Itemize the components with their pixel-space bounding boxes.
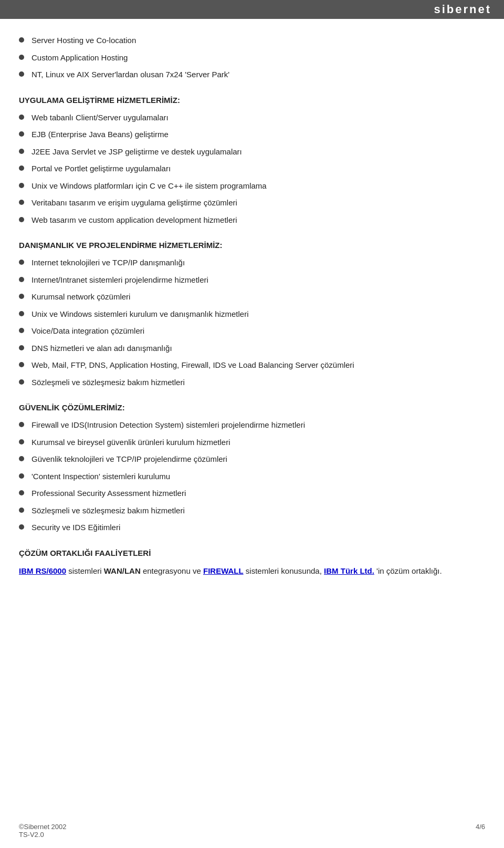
partner-text-end: 'in çözüm ortaklığı. (376, 566, 442, 575)
list-item: Web, Mail, FTP, DNS, Application Hosting… (19, 359, 485, 371)
bullet-icon (19, 524, 24, 530)
list-item-text: Web tabanlı Client/Server uygulamaları (32, 112, 169, 124)
bullet-icon (19, 115, 24, 120)
guvenlik-heading: GÜVENLİK ÇÖZÜMLERİMİZ: (19, 403, 485, 412)
guvenlik-list: Firewall ve IDS(Intrusion Detection Syst… (19, 419, 485, 534)
bullet-icon (19, 439, 24, 444)
list-item-text: Veritabanı tasarım ve erişim uygulama ge… (32, 197, 237, 209)
logo: sibernet (434, 3, 491, 16)
list-item-text: Voice/Data integration çözümleri (32, 325, 144, 337)
partner-section: ÇÖZÜM ORTAKLIĞI FAALİYETLERİ IBM RS/6000… (19, 549, 485, 577)
list-item: Professional Security Assessment hizmetl… (19, 488, 485, 500)
bullet-icon (19, 166, 24, 171)
partner-heading: ÇÖZÜM ORTAKLIĞI FAALİYETLERİ (19, 549, 485, 557)
footer-left: ©Sibernet 2002 TS-V2.0 (19, 823, 67, 839)
list-item: Security ve IDS Eğitimleri (19, 522, 485, 534)
list-item: Sözleşmeli ve sözleşmesiz bakım hizmetle… (19, 505, 485, 517)
list-item: Unix ve Windows sistemleri kurulum ve da… (19, 308, 485, 320)
list-item-text: DNS hizmetleri ve alan adı danışmanlığı (32, 343, 172, 355)
danismanlik-heading: DANIŞMANLIK VE PROJELENDİRME HİZMETLERİM… (19, 241, 485, 250)
partner-text-before: sistemleri (68, 566, 104, 575)
list-item-text: Güvenlik teknolojileri ve TCP/IP projele… (32, 453, 227, 466)
list-item-text: Internet teknolojileri ve TCP/IP danışma… (32, 257, 185, 269)
list-item: Internet teknolojileri ve TCP/IP danışma… (19, 257, 485, 269)
list-item-text: J2EE Java Servlet ve JSP geliştirme ve d… (32, 146, 242, 158)
list-item: EJB (Enterprise Java Beans) geliştirme (19, 129, 485, 141)
list-item-text: Web, Mail, FTP, DNS, Application Hosting… (32, 359, 354, 371)
list-item-text: Sözleşmeli ve sözleşmesiz bakım hizmetle… (32, 505, 185, 517)
bullet-icon (19, 183, 24, 188)
list-item: Sözleşmeli ve sözleşmesiz bakım hizmetle… (19, 377, 485, 389)
list-item: NT, Linux ve AIX Server'lardan olusan 7x… (19, 69, 485, 81)
list-item-text: Custom Application Hosting (32, 52, 128, 64)
danismanlik-list: Internet teknolojileri ve TCP/IP danışma… (19, 257, 485, 388)
bullet-icon (19, 311, 24, 316)
bullet-icon (19, 422, 24, 427)
list-item-text: Web tasarım ve custom application develo… (32, 214, 237, 226)
list-item-text: Unix ve Windows sistemleri kurulum ve da… (32, 308, 248, 320)
bullet-icon (19, 200, 24, 205)
list-item-text: Professional Security Assessment hizmetl… (32, 488, 186, 500)
list-item: Portal ve Portlet geliştirme uygulamalar… (19, 163, 485, 175)
bullet-icon (19, 362, 24, 367)
copyright-text: ©Sibernet 2002 (19, 823, 67, 831)
bullet-icon (19, 508, 24, 513)
firewall-link[interactable]: FIREWALL (203, 566, 244, 575)
bullet-icon (19, 379, 24, 385)
list-item-text: Server Hosting ve Co-location (32, 35, 136, 47)
list-item-text: Firewall ve IDS(Intrusion Detection Syst… (32, 419, 305, 431)
list-item-text: 'Content Inspection' sistemleri kurulumu (32, 471, 170, 483)
uygulama-heading: UYGULAMA GELİŞTİRME HİZMETLERİMİZ: (19, 96, 485, 105)
bullet-icon (19, 71, 24, 77)
header-bar: sibernet (0, 0, 504, 19)
bullet-icon (19, 55, 24, 60)
bullet-icon (19, 473, 24, 479)
list-item-text: NT, Linux ve AIX Server'lardan olusan 7x… (32, 69, 229, 81)
bullet-icon (19, 149, 24, 154)
partner-text: IBM RS/6000 sistemleri WAN/LAN entegrasy… (19, 565, 485, 577)
list-item-text: Kurumsal network çözümleri (32, 291, 130, 303)
bullet-icon (19, 328, 24, 333)
list-item: Güvenlik teknolojileri ve TCP/IP projele… (19, 453, 485, 466)
list-item: Unix ve Windows platformları için C ve C… (19, 180, 485, 192)
page-number: 4/6 (476, 823, 485, 839)
list-item-text: Security ve IDS Eğitimleri (32, 522, 120, 534)
intro-bullet-list: Server Hosting ve Co-location Custom App… (19, 35, 485, 81)
list-item-text: EJB (Enterprise Java Beans) geliştirme (32, 129, 169, 141)
list-item-text: Portal ve Portlet geliştirme uygulamalar… (32, 163, 171, 175)
bullet-icon (19, 260, 24, 265)
list-item-text: Sözleşmeli ve sözleşmesiz bakım hizmetle… (32, 377, 185, 389)
bullet-icon (19, 131, 24, 137)
wan-lan-text: WAN/LAN (104, 566, 141, 575)
list-item-text: Unix ve Windows platformları için C ve C… (32, 180, 267, 192)
footer: ©Sibernet 2002 TS-V2.0 4/6 (0, 823, 504, 839)
version-text: TS-V2.0 (19, 831, 44, 839)
list-item-text: Kurumsal ve bireysel güvenlik ürünleri k… (32, 437, 230, 449)
list-item: Custom Application Hosting (19, 52, 485, 64)
list-item: Voice/Data integration çözümleri (19, 325, 485, 337)
bullet-icon (19, 345, 24, 350)
bullet-icon (19, 294, 24, 299)
list-item: Kurumsal ve bireysel güvenlik ürünleri k… (19, 437, 485, 449)
list-item: Firewall ve IDS(Intrusion Detection Syst… (19, 419, 485, 431)
bullet-icon (19, 490, 24, 495)
list-item: 'Content Inspection' sistemleri kurulumu (19, 471, 485, 483)
partner-text-middle: entegrasyonu ve (143, 566, 203, 575)
bullet-icon (19, 37, 24, 43)
ibm-turk-link[interactable]: IBM Türk Ltd. (324, 566, 374, 575)
list-item: DNS hizmetleri ve alan adı danışmanlığı (19, 343, 485, 355)
bullet-icon (19, 277, 24, 282)
list-item: Server Hosting ve Co-location (19, 35, 485, 47)
main-content: Server Hosting ve Co-location Custom App… (0, 19, 504, 619)
partner-text-after: sistemleri konusunda, (246, 566, 324, 575)
ibm-rs6000-link[interactable]: IBM RS/6000 (19, 566, 66, 575)
bullet-icon (19, 217, 24, 222)
list-item: Web tasarım ve custom application develo… (19, 214, 485, 226)
bullet-icon (19, 456, 24, 461)
list-item: Internet/Intranet sistemleri projelendir… (19, 274, 485, 286)
list-item: Web tabanlı Client/Server uygulamaları (19, 112, 485, 124)
list-item-text: Internet/Intranet sistemleri projelendir… (32, 274, 208, 286)
list-item: Kurumsal network çözümleri (19, 291, 485, 303)
list-item: J2EE Java Servlet ve JSP geliştirme ve d… (19, 146, 485, 158)
list-item: Veritabanı tasarım ve erişim uygulama ge… (19, 197, 485, 209)
